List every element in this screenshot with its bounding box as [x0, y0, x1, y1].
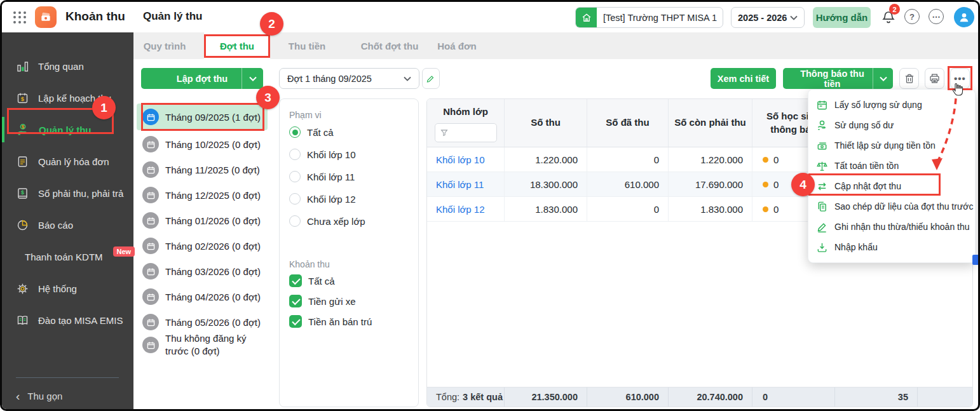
month-item-khong-dang-ky[interactable]: Thu không đăng ký trước (0 đợt) — [137, 327, 268, 363]
home-icon — [576, 7, 597, 28]
menu-item-label: Sao chép dữ liệu của đợt thu trước — [834, 201, 973, 212]
fee-group-label: Khoản thu — [289, 259, 330, 269]
new-badge: New — [113, 246, 135, 257]
school-year-select[interactable]: 2025 - 2026 — [731, 7, 805, 28]
month-label: Tháng 12/2025 (0 đợt) — [165, 190, 261, 201]
menu-item-label: Ghi nhận thu thừa/thiếu khoản thu — [834, 222, 970, 232]
menu-item-ghi-nhan-thua-thieu[interactable]: Ghi nhận thu thừa/thiếu khoản thu — [808, 217, 975, 237]
group-filter-input[interactable] — [435, 123, 497, 142]
period-select[interactable]: Đợt 1 tháng 09/2025 — [279, 68, 419, 89]
so-da-thu-cell: 0 — [587, 197, 669, 221]
month-item-01-2026[interactable]: Tháng 01/2026 (0 đợt) — [137, 208, 268, 233]
column-header-so-con-phai-thu[interactable]: Số còn phải thu — [669, 99, 752, 147]
printer-icon — [929, 72, 941, 84]
fee-option-tien-gui-xe[interactable]: Tiền gửi xe — [289, 293, 356, 309]
sidebar-item-label: Tổng quan — [38, 61, 84, 72]
sidebar-item-bao-cao[interactable]: Báo cáo — [2, 209, 133, 241]
sidebar-item-label: Sổ phải thu, phải trả — [38, 188, 123, 199]
calendar-icon — [816, 99, 828, 111]
guide-button[interactable]: Hướng dẫn — [813, 7, 871, 28]
sidebar-item-quan-ly-hoa-don[interactable]: Quản lý hóa đơn — [2, 145, 133, 177]
active-indicator — [2, 117, 4, 142]
sidebar-item-he-thong[interactable]: Hệ thống — [2, 273, 133, 304]
table-footer-row: Tổng: 3 kết quả 21.350.000 610.000 20.74… — [427, 387, 972, 407]
so-da-thu-cell: 0 — [587, 147, 669, 172]
delete-button[interactable] — [899, 68, 919, 89]
month-label: Tháng 11/2025 (0 đợt) — [165, 165, 260, 175]
menu-item-su-dung-so-du[interactable]: Sử dụng số dư — [808, 115, 975, 135]
help-button[interactable]: ? — [904, 9, 920, 24]
user-avatar[interactable] — [954, 7, 974, 27]
trash-icon — [904, 73, 915, 84]
radio-icon — [289, 149, 301, 160]
invoice-icon — [16, 155, 29, 168]
collapse-sidebar-button[interactable]: ‹ Thu gọn — [16, 390, 62, 402]
notify-collect-button[interactable]: Thông báo thu tiền — [783, 68, 893, 89]
menu-item-nhap-khau[interactable]: Nhập khẩu — [808, 237, 975, 257]
create-collection-button[interactable]: Lập đợt thu — [141, 68, 263, 89]
sidebar-item-label: Thanh toán KDTM — [25, 252, 103, 262]
bar-chart-icon — [16, 60, 29, 73]
column-header-so-da-thu[interactable]: Số đã thu — [587, 99, 669, 147]
tab-thu-tien[interactable]: Thu tiền — [282, 32, 332, 59]
sidebar-item-dao-tao[interactable]: Đào tạo MISA EMIS — [2, 304, 133, 336]
tab-hoa-don[interactable]: Hoá đơn — [432, 32, 482, 59]
so-thu-cell: 1.220.000 — [505, 147, 587, 172]
edit-period-button[interactable] — [422, 68, 440, 89]
sidebar-item-thanh-toan-kdtm[interactable]: Thanh toán KDTM New — [2, 241, 133, 273]
sidebar: Tổng quan $ Lập kế hoạch thu $ Quản — [2, 32, 133, 411]
group-link[interactable]: Khối lớp 11 — [427, 172, 505, 196]
pencil-icon — [426, 74, 436, 84]
school-selector[interactable]: [Test] Trường THPT MISA 1 — [575, 7, 723, 28]
month-item-11-2025[interactable]: Tháng 11/2025 (0 đợt) — [137, 157, 268, 182]
calendar-icon — [142, 161, 159, 178]
menu-item-sao-chep[interactable]: Sao chép dữ liệu của đợt thu trước — [808, 196, 975, 217]
sidebar-item-label: Quản lý hóa đơn — [38, 156, 109, 167]
sidebar-item-so-phai-thu[interactable]: $ Sổ phải thu, phải trả — [2, 177, 133, 209]
collapse-label: Thu gọn — [27, 391, 62, 401]
option-label: Tiền ăn bán trú — [308, 316, 372, 327]
menu-item-thiet-lap-tien-ton[interactable]: Thiết lập sử dụng tiền tồn — [808, 135, 975, 156]
month-item-03-2026[interactable]: Tháng 03/2026 (0 đợt) — [137, 259, 268, 284]
view-detail-button[interactable]: Xem chi tiết — [711, 68, 776, 89]
radio-icon — [289, 193, 301, 205]
tab-chot-dot-thu[interactable]: Chốt đợt thu — [355, 32, 425, 59]
month-item-04-2026[interactable]: Tháng 04/2026 (0 đợt) — [137, 284, 268, 309]
fee-option-tien-an-ban-tru[interactable]: Tiền ăn bán trú — [289, 313, 372, 330]
month-label: Tháng 01/2026 (0 đợt) — [165, 215, 261, 226]
app-grid-icon[interactable] — [13, 11, 27, 24]
notify-collect-label: Thông báo thu tiền — [792, 69, 873, 89]
chevron-down-icon — [873, 68, 893, 89]
month-item-12-2025[interactable]: Tháng 12/2025 (0 đợt) — [137, 182, 268, 208]
month-item-10-2025[interactable]: Tháng 10/2025 (0 đợt) — [137, 131, 268, 157]
menu-item-label: Lấy số lượng sử dụng — [834, 100, 922, 110]
school-year-value: 2025 - 2026 — [738, 13, 787, 23]
group-link[interactable]: Khối lớp 10 — [427, 147, 505, 172]
status-dot — [763, 182, 768, 187]
scope-option-khoi-11[interactable]: Khối lớp 11 — [289, 168, 355, 185]
pencil-line-icon — [816, 221, 828, 233]
annotation-box-step3 — [141, 103, 264, 131]
so-con-phai-thu-cell: 1.830.000 — [669, 197, 752, 221]
more-options-button[interactable]: ⋯ — [929, 9, 944, 24]
scope-option-khoi-10[interactable]: Khối lớp 10 — [289, 146, 356, 163]
group-link[interactable]: Khối lớp 12 — [427, 197, 505, 221]
sidebar-item-tong-quan[interactable]: Tổng quan — [2, 50, 133, 82]
scrollbar-thumb[interactable] — [972, 255, 980, 265]
menu-item-lay-so-luong[interactable]: Lấy số lượng sử dụng — [808, 95, 975, 115]
scales-icon — [816, 160, 828, 172]
footer-empty-cell — [918, 387, 972, 407]
scope-option-chua-xep-lop[interactable]: Chưa xếp lớp — [289, 213, 365, 229]
column-header-so-thu[interactable]: Số thu — [505, 99, 587, 147]
month-item-02-2026[interactable]: Tháng 02/2026 (0 đợt) — [137, 233, 268, 259]
fee-option-tat-ca[interactable]: Tất cả — [289, 273, 335, 289]
scope-option-tat-ca[interactable]: Tất cả — [289, 124, 334, 140]
sidebar-divider — [16, 377, 119, 378]
print-button[interactable] — [925, 68, 944, 89]
tab-quy-trinh[interactable]: Quy trình — [139, 32, 190, 59]
scope-option-khoi-12[interactable]: Khối lớp 12 — [289, 191, 356, 207]
month-label: Tháng 02/2026 (0 đợt) — [165, 241, 261, 252]
calendar-icon — [142, 288, 159, 305]
khoan-thu-app-icon[interactable] — [35, 6, 57, 28]
so-thu-cell: 1.830.000 — [505, 197, 587, 221]
